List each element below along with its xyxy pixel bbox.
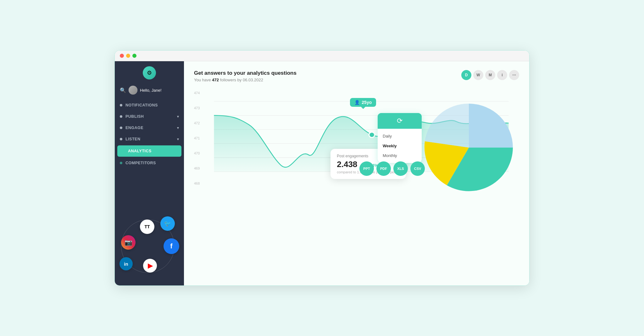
sidebar: ⚙ 🔍 Hello, Jane! NOTIFICATIONS <box>115 61 184 285</box>
nav-dot-notifications <box>120 104 122 106</box>
y-label-470: 470 <box>194 151 200 155</box>
sidebar-item-listen[interactable]: LISTEN ▾ <box>115 133 184 145</box>
sidebar-item-competitors[interactable]: COMPETITORS <box>115 157 184 169</box>
search-area: 🔍 <box>120 87 126 93</box>
period-btn-d[interactable]: D <box>461 70 471 80</box>
youtube-label: ▶ <box>148 262 153 269</box>
y-label-471: 471 <box>194 136 200 140</box>
social-linkedin-icon[interactable]: in <box>119 257 133 270</box>
nav-dot-listen <box>120 138 122 140</box>
y-axis-labels: 474 473 472 471 470 469 468 <box>194 88 200 188</box>
sidebar-item-engage[interactable]: ENGAGE ▾ <box>115 122 184 133</box>
header-text: Get answers to your analytics questions … <box>194 70 297 82</box>
search-icon[interactable]: 🔍 <box>120 87 126 93</box>
logo-icon: ⚙ <box>147 69 152 76</box>
title-bar <box>115 51 529 61</box>
social-tiktok-icon[interactable]: TT <box>140 219 154 234</box>
refresh-icon: ⟳ <box>397 117 402 125</box>
app-body: ⚙ 🔍 Hello, Jane! NOTIFICATIONS <box>115 61 529 285</box>
app-logo: ⚙ <box>143 66 156 79</box>
instagram-label: 📷 <box>125 239 132 246</box>
app-window: ⚙ 🔍 Hello, Jane! NOTIFICATIONS <box>114 50 530 286</box>
chevron-down-icon: ▾ <box>177 115 179 119</box>
y-label-468: 468 <box>194 182 200 185</box>
sidebar-label-competitors: COMPETITORS <box>125 161 156 165</box>
avatar <box>129 86 137 95</box>
user-greeting: 🔍 Hello, Jane! <box>115 82 184 98</box>
main-content: Get answers to your analytics questions … <box>184 61 529 285</box>
main-subtitle: You have 472 followers by 06.03.2022 <box>194 78 297 82</box>
subtitle-suffix: followers by 06.03.2022 <box>220 78 263 82</box>
refresh-option-daily[interactable]: Daily <box>378 131 422 141</box>
export-xls-button[interactable]: XLS <box>393 161 408 176</box>
social-instagram-icon[interactable]: 📷 <box>121 235 136 250</box>
refresh-body: Daily Weekly Monthly <box>378 129 422 163</box>
chevron-down-icon-2: ▾ <box>177 126 179 130</box>
period-btn-i[interactable]: i <box>497 70 507 80</box>
minimize-dot[interactable] <box>126 54 130 58</box>
period-btn-more[interactable]: ⋯ <box>509 70 519 80</box>
age-tooltip: 👤 25yo <box>350 98 376 107</box>
logo-area: ⚙ <box>115 61 184 82</box>
engagement-value: 2.438 <box>337 160 357 169</box>
chart-area: 474 473 472 471 470 469 468 <box>194 88 519 188</box>
nav-dot-competitors <box>120 162 122 164</box>
social-youtube-icon[interactable]: ▶ <box>143 259 157 273</box>
sidebar-label-engage: ENGAGE <box>125 126 143 130</box>
nav-dot-analytics <box>122 150 125 152</box>
greeting-text: Hello, Jane! <box>140 88 162 93</box>
sidebar-label-listen: LISTEN <box>125 137 140 141</box>
tiktok-label: TT <box>144 224 150 229</box>
chevron-down-icon-3: ▾ <box>177 137 179 141</box>
nav-section: NOTIFICATIONS PUBLISH ▾ ENGAGE ▾ LIS <box>115 98 184 170</box>
export-buttons: PPT PDF XLS CSV <box>359 161 425 176</box>
sidebar-label-notifications: NOTIFICATIONS <box>125 103 158 107</box>
sidebar-label-publish: PUBLISH <box>125 114 144 119</box>
twitter-label: 🐦 <box>164 220 171 227</box>
sidebar-item-notifications[interactable]: NOTIFICATIONS <box>115 100 184 111</box>
y-label-469: 469 <box>194 166 200 170</box>
refresh-dropdown[interactable]: ⟳ Daily Weekly Monthly <box>378 113 422 163</box>
y-label-472: 472 <box>194 121 200 125</box>
main-title: Get answers to your analytics questions <box>194 70 297 76</box>
social-network-area: TT 🐦 📷 f in ▶ <box>115 210 184 279</box>
period-btn-m[interactable]: M <box>485 70 495 80</box>
age-tooltip-icon: 👤 <box>354 100 360 105</box>
subtitle-prefix: You have <box>194 78 212 82</box>
refresh-header: ⟳ <box>378 113 422 129</box>
sidebar-label-analytics: ANALYTICS <box>128 149 152 153</box>
y-label-473: 473 <box>194 106 200 110</box>
refresh-option-monthly[interactable]: Monthly <box>378 151 422 160</box>
period-btn-w[interactable]: W <box>473 70 483 80</box>
close-dot[interactable] <box>120 54 124 58</box>
followers-count: 472 <box>212 78 219 82</box>
y-label-474: 474 <box>194 91 200 95</box>
sidebar-item-publish[interactable]: PUBLISH ▾ <box>115 111 184 122</box>
social-twitter-icon[interactable]: 🐦 <box>160 216 175 231</box>
nav-dot-publish <box>120 115 122 118</box>
main-header: Get answers to your analytics questions … <box>194 70 519 82</box>
linkedin-label: in <box>124 261 128 267</box>
social-facebook-icon[interactable]: f <box>164 238 179 254</box>
nav-dot-engage <box>120 127 122 129</box>
export-pdf-button[interactable]: PDF <box>376 161 391 176</box>
period-buttons: D W M i ⋯ <box>461 70 519 80</box>
pie-chart <box>422 100 529 207</box>
sidebar-item-analytics[interactable]: ANALYTICS <box>117 145 181 157</box>
svg-point-6 <box>369 132 375 138</box>
maximize-dot[interactable] <box>132 54 136 58</box>
refresh-option-weekly[interactable]: Weekly <box>378 141 422 151</box>
age-tooltip-value: 25yo <box>362 100 372 105</box>
facebook-label: f <box>170 242 172 250</box>
export-ppt-button[interactable]: PPT <box>359 161 374 176</box>
